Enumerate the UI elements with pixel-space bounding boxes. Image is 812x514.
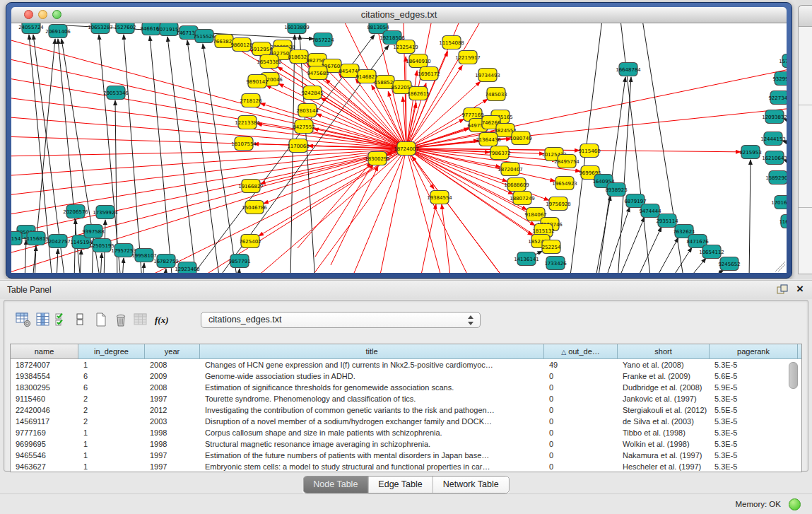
cell-name[interactable]: 14569117 — [11, 416, 78, 427]
cell-pagerank[interactable]: 5.6E-5 — [710, 370, 798, 382]
cell-pagerank[interactable]: 5.5E-5 — [710, 404, 798, 416]
minimize-button[interactable] — [38, 10, 47, 19]
cell-short[interactable]: Stergiakouli et al. (2012) — [618, 404, 710, 416]
cell-in_degree[interactable]: 2 — [78, 393, 145, 404]
cell-title[interactable]: Disruption of a novel member of a sodium… — [200, 416, 544, 427]
cell-short[interactable]: Dudbridge et al. (2008) — [618, 382, 710, 393]
cell-name[interactable]: 9115460 — [11, 393, 78, 404]
cell-name[interactable]: 18300295 — [11, 382, 78, 393]
cell-in_degree[interactable]: 1 — [78, 461, 145, 472]
zoom-button[interactable] — [52, 10, 61, 19]
cell-pagerank[interactable]: 5.3E-5 — [710, 461, 798, 472]
cell-name[interactable]: 22420046 — [11, 404, 78, 416]
cell-out_de[interactable]: 0 — [544, 438, 618, 450]
cell-year[interactable]: 2008 — [145, 359, 200, 370]
column-header-in_degree[interactable]: in_degree — [78, 344, 145, 359]
column-header-out_de[interactable]: △out_de… — [544, 344, 618, 359]
cell-in_degree[interactable]: 1 — [78, 427, 145, 438]
cell-name[interactable]: 18724007 — [11, 359, 78, 370]
cell-in_degree[interactable]: 6 — [78, 382, 145, 393]
delete-table-icon[interactable] — [112, 310, 130, 329]
table-row[interactable]: 1456911722003Disruption of a novel membe… — [11, 416, 801, 427]
cell-name[interactable]: 9699695 — [11, 438, 78, 450]
cell-short[interactable]: de Silva et al. (2003) — [618, 416, 710, 427]
close-button[interactable] — [24, 10, 33, 19]
cell-out_de[interactable]: 49 — [544, 359, 618, 370]
column-visibility-icon[interactable] — [34, 310, 52, 329]
table-row[interactable]: 911546021997Tourette syndrome. Phenomeno… — [11, 393, 801, 404]
cell-year[interactable]: 1997 — [145, 450, 200, 461]
table-row[interactable]: 946362711997Embryonic stem cells: a mode… — [11, 461, 801, 472]
cell-in_degree[interactable]: 2 — [78, 416, 145, 427]
network-canvas[interactable]: 2405572420691406106532871527602846616010… — [11, 23, 787, 273]
cell-pagerank[interactable]: 5.3E-5 — [710, 450, 798, 461]
column-header-name[interactable]: name — [11, 344, 78, 359]
cell-in_degree[interactable]: 2 — [78, 404, 145, 416]
cell-title[interactable]: Tourette syndrome. Phenomenology and cla… — [200, 393, 544, 404]
column-header-pagerank[interactable]: pagerank — [710, 344, 798, 359]
cell-out_de[interactable]: 0 — [544, 416, 618, 427]
tab-edge-table[interactable]: Edge Table — [368, 477, 433, 493]
cell-out_de[interactable]: 0 — [544, 450, 618, 461]
cell-title[interactable]: Changes of HCN gene expression and I(f) … — [200, 359, 544, 370]
table-row[interactable]: 946554611997Estimation of the future num… — [11, 450, 801, 461]
cell-title[interactable]: Investigating the contribution of common… — [200, 404, 544, 416]
cell-name[interactable]: 9777169 — [11, 427, 78, 438]
cell-out_de[interactable]: 0 — [544, 427, 618, 438]
cell-name[interactable]: 9463627 — [11, 461, 78, 472]
cell-year[interactable]: 2003 — [145, 416, 200, 427]
cell-year[interactable]: 2012 — [145, 404, 200, 416]
cell-pagerank[interactable]: 5.3E-5 — [710, 438, 798, 450]
cell-in_degree[interactable]: 6 — [78, 370, 145, 382]
cell-in_degree[interactable]: 1 — [78, 359, 145, 370]
cell-title[interactable]: Genome-wide association studies in ADHD. — [200, 370, 544, 382]
table-row[interactable]: 1938455462009Genome-wide association stu… — [11, 370, 801, 382]
table-scrollbar-thumb[interactable] — [789, 362, 798, 389]
cell-short[interactable]: Franke et al. (2009) — [618, 370, 710, 382]
cell-name[interactable]: 9465546 — [11, 450, 78, 461]
tab-node-table[interactable]: Node Table — [303, 477, 368, 493]
window-resize-grip[interactable] — [775, 262, 785, 271]
rows-icon[interactable] — [71, 310, 89, 329]
cell-title[interactable]: Estimation of the future numbers of pati… — [200, 450, 544, 461]
table-row[interactable]: 2242004622012Investigating the contribut… — [11, 404, 801, 416]
row-selection-icon[interactable] — [53, 310, 71, 329]
function-builder-icon[interactable]: f(x) — [154, 310, 172, 329]
cell-pagerank[interactable]: 5.3E-5 — [710, 393, 798, 404]
table-row[interactable]: 969969511998Structural magnetic resonanc… — [11, 438, 801, 450]
cell-name[interactable]: 19384554 — [11, 370, 78, 382]
close-panel-icon[interactable]: × — [796, 284, 804, 294]
cell-short[interactable]: Hescheler et al. (1997) — [618, 461, 710, 472]
cell-pagerank[interactable]: 5.3E-5 — [710, 416, 798, 427]
column-header-title[interactable]: title — [200, 344, 544, 359]
cell-year[interactable]: 2008 — [145, 382, 200, 393]
cell-pagerank[interactable]: 5.3E-5 — [710, 359, 798, 370]
cell-title[interactable]: Estimation of significance thresholds fo… — [200, 382, 544, 393]
cell-short[interactable]: Yano et al. (2008) — [618, 359, 710, 370]
cell-pagerank[interactable]: 5.9E-5 — [710, 382, 798, 393]
cell-pagerank[interactable]: 5.3E-5 — [710, 427, 798, 438]
cell-out_de[interactable]: 0 — [544, 461, 618, 472]
cell-year[interactable]: 2009 — [145, 370, 200, 382]
cell-title[interactable]: Corpus callosum shape and size in male p… — [200, 427, 544, 438]
cell-year[interactable]: 1997 — [145, 393, 200, 404]
table-row[interactable]: 1830029562008Estimation of significance … — [11, 382, 801, 393]
cell-year[interactable]: 1998 — [145, 427, 200, 438]
cell-out_de[interactable]: 0 — [544, 382, 618, 393]
cell-year[interactable]: 1998 — [145, 438, 200, 450]
float-panel-icon[interactable] — [777, 284, 788, 294]
cell-title[interactable]: Embryonic stem cells: a model to study s… — [200, 461, 544, 472]
table-settings-icon[interactable] — [14, 310, 33, 329]
table-row[interactable]: 977716911998Corpus callosum shape and si… — [11, 427, 801, 438]
cell-out_de[interactable]: 0 — [544, 370, 618, 382]
cell-in_degree[interactable]: 1 — [78, 438, 145, 450]
cell-short[interactable]: Nakamura et al. (1997) — [618, 450, 710, 461]
table-row[interactable]: 1872400712008Changes of HCN gene express… — [11, 359, 801, 370]
cell-short[interactable]: Wolkin et al. (1998) — [618, 438, 710, 450]
cell-year[interactable]: 1997 — [145, 461, 200, 472]
cell-out_de[interactable]: 0 — [544, 404, 618, 416]
tab-network-table[interactable]: Network Table — [433, 477, 509, 493]
new-table-icon[interactable] — [92, 310, 110, 329]
cell-in_degree[interactable]: 1 — [78, 450, 145, 461]
column-header-year[interactable]: year — [145, 344, 200, 359]
